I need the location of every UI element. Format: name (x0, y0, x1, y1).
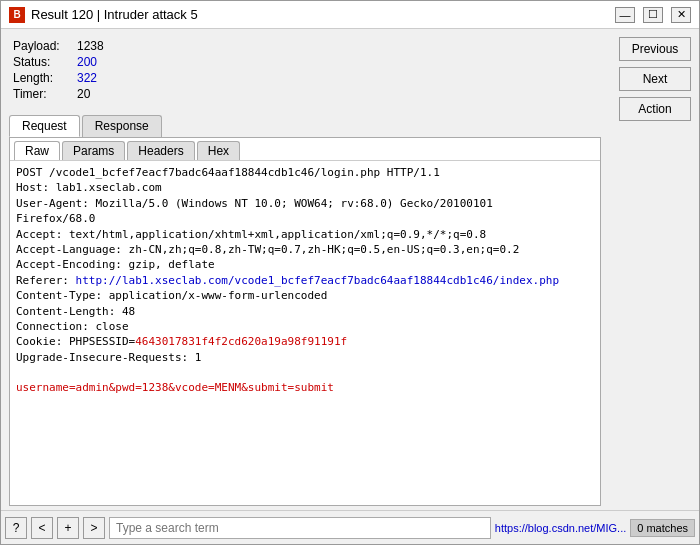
request-line-1: POST /vcode1_bcfef7eacf7badc64aaf18844cd… (16, 166, 440, 179)
matches-badge: 0 matches (630, 519, 695, 537)
sub-tab-hex[interactable]: Hex (197, 141, 240, 160)
request-text: POST /vcode1_bcfef7eacf7badc64aaf18844cd… (16, 165, 594, 396)
sub-tab-raw[interactable]: Raw (14, 141, 60, 160)
request-line-5: Accept: text/html,application/xhtml+xml,… (16, 228, 486, 241)
minimize-button[interactable]: — (615, 7, 635, 23)
cookie-value: 4643017831f4f2cd620a19a98f91191f (135, 335, 347, 348)
add-button[interactable]: + (57, 517, 79, 539)
close-button[interactable]: ✕ (671, 7, 691, 23)
request-line-7: Accept-Encoding: gzip, deflate (16, 258, 215, 271)
back-button[interactable]: < (31, 517, 53, 539)
inner-content: Payload: 1238 Status: 200 Length: 322 Ti… (1, 29, 609, 510)
payload-label: Payload: (13, 39, 73, 53)
request-line-cookie: Cookie: PHPSESSID=4643017831f4f2cd620a19… (16, 335, 347, 348)
help-button[interactable]: ? (5, 517, 27, 539)
request-line-6: Accept-Language: zh-CN,zh;q=0.8,zh-TW;q=… (16, 243, 519, 256)
timer-label: Timer: (13, 87, 73, 101)
request-body: username=admin&pwd=1238&vcode=MENM&submi… (16, 381, 334, 394)
referer-link: http://lab1.xseclab.com/vcode1_bcfef7eac… (76, 274, 559, 287)
status-value: 200 (77, 55, 597, 69)
main-content: Payload: 1238 Status: 200 Length: 322 Ti… (1, 29, 699, 510)
previous-button[interactable]: Previous (619, 37, 691, 61)
window-controls: — ☐ ✕ (615, 7, 691, 23)
title-bar: B Result 120 | Intruder attack 5 — ☐ ✕ (1, 1, 699, 29)
tab-response[interactable]: Response (82, 115, 162, 137)
bottom-bar: ? < + > https://blog.csdn.net/MIG... 0 m… (1, 510, 699, 544)
main-tabs-container: Request Response (1, 111, 609, 137)
next-button[interactable]: Next (619, 67, 691, 91)
action-button[interactable]: Action (619, 97, 691, 121)
sub-tab-params[interactable]: Params (62, 141, 125, 160)
request-line-3: User-Agent: Mozilla/5.0 (Windows NT 10.0… (16, 197, 493, 210)
app-icon: B (9, 7, 25, 23)
payload-value: 1238 (77, 39, 597, 53)
right-buttons-panel: Previous Next Action (609, 29, 699, 510)
main-tab-row: Request Response (9, 115, 601, 137)
maximize-button[interactable]: ☐ (643, 7, 663, 23)
length-label: Length: (13, 71, 73, 85)
request-line-4: Firefox/68.0 (16, 212, 95, 225)
timer-value: 20 (77, 87, 597, 101)
request-content[interactable]: POST /vcode1_bcfef7eacf7badc64aaf18844cd… (10, 161, 600, 505)
tab-content-area: Raw Params Headers Hex POST /vcode1_bcfe… (9, 137, 601, 506)
info-section: Payload: 1238 Status: 200 Length: 322 Ti… (1, 29, 609, 111)
main-window: B Result 120 | Intruder attack 5 — ☐ ✕ P… (0, 0, 700, 545)
search-input[interactable] (109, 517, 491, 539)
status-label: Status: (13, 55, 73, 69)
request-line-10: Content-Length: 48 (16, 305, 135, 318)
request-line-2: Host: lab1.xseclab.com (16, 181, 162, 194)
forward-button[interactable]: > (83, 517, 105, 539)
window-title: Result 120 | Intruder attack 5 (31, 7, 615, 22)
tab-request[interactable]: Request (9, 115, 80, 137)
request-line-11: Connection: close (16, 320, 129, 333)
search-url: https://blog.csdn.net/MIG... (495, 522, 626, 534)
request-line-12: Upgrade-Insecure-Requests: 1 (16, 351, 201, 364)
length-value: 322 (77, 71, 597, 85)
sub-tab-headers[interactable]: Headers (127, 141, 194, 160)
request-line-8: Referer: http://lab1.xseclab.com/vcode1_… (16, 274, 559, 287)
request-line-9: Content-Type: application/x-www-form-url… (16, 289, 327, 302)
sub-tabs-row: Raw Params Headers Hex (10, 138, 600, 161)
